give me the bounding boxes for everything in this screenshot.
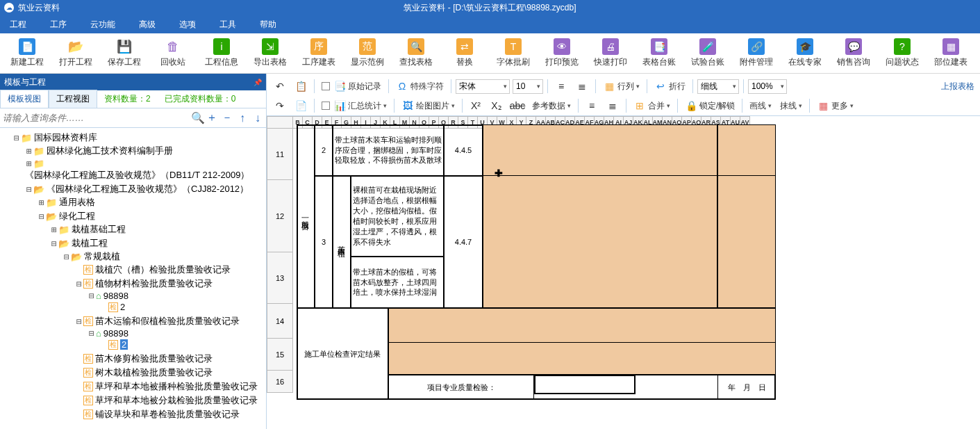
align-left-button[interactable]: ≡ [552, 79, 570, 94]
line-style-select[interactable]: 细线 [697, 79, 739, 94]
tb-print-preview[interactable]: 👁打印预览 [538, 36, 586, 71]
row-header[interactable]: 16 [267, 371, 293, 393]
tree-node[interactable]: ⊞📁园林绿化施工技术资料编制手册 [25, 144, 266, 158]
upload-table-button[interactable]: 上报表格 [941, 81, 974, 92]
valign2-button[interactable]: ≣ [604, 98, 622, 113]
tree-node[interactable]: ⊟📂《园林绿化工程施工及验收规范》（CJJ82-2012） ⊞📁通用表格 ⊟📂绿… [25, 182, 266, 424]
undo-button[interactable]: ↶ [271, 79, 289, 94]
add-icon[interactable]: ＋ [206, 111, 217, 125]
proj-check-input[interactable] [534, 375, 636, 394]
summary-stat-button[interactable]: 📊汇总统计▾ [319, 98, 390, 113]
tb-sales[interactable]: 💬销售咨询 [829, 36, 878, 71]
tree-node[interactable]: ⊞📁《园林绿化工程施工及验收规范》（DB11/T 212-2009） [25, 158, 266, 182]
tb-show-sample[interactable]: 范显示范例 [343, 36, 392, 71]
spreadsheet[interactable]: BCDEFGHIJKLMNOPQRSTUVWXYZAAABACADAEAFAGA… [267, 116, 980, 429]
special-char-button[interactable]: Ω特殊字符 [393, 79, 447, 94]
tb-save-project[interactable]: 💾保存工程 [100, 36, 149, 71]
erase-line-button[interactable]: 抹线▾ [777, 99, 805, 113]
paste-button[interactable]: 📋 [292, 79, 310, 94]
remove-icon[interactable]: － [222, 111, 233, 125]
tb-font-brush[interactable]: T字体批刷 [489, 36, 538, 71]
valign-button[interactable]: ≡ [583, 98, 601, 113]
row-header[interactable]: 12 [267, 180, 293, 252]
tb-project-info[interactable]: i工程信息 [197, 36, 246, 71]
desc-cell: 带土球苗木的假植，可将苗木码放整齐，土球四周培土，喷水保持土球湿润 [351, 257, 444, 308]
row-headers[interactable]: 11 12 13 14 15 16 [267, 129, 293, 393]
tab-template-view[interactable]: 模板视图 [0, 90, 49, 108]
strike-button[interactable]: abc [508, 98, 526, 113]
subscript-button[interactable]: X₂ [488, 98, 506, 113]
tree-leaf[interactable]: 检草坪和草本地被分栽检验批质量验收记录 [75, 394, 266, 407]
tree-node[interactable]: ⊞📁通用表格 [38, 195, 266, 209]
grid-area[interactable]: 一般项目 2 3 苗木假植 带土球苗木装车和运输时排列顺序应合理，捆绑稳固，卸车… [293, 129, 980, 429]
tree-leaf[interactable]: ⊟⌂98898 检2 [88, 327, 266, 351]
lock-button[interactable]: 🔒锁定/解锁 [682, 98, 738, 113]
tb-part-table[interactable]: ▦部位建表 [927, 36, 975, 71]
row-header[interactable]: 11 [267, 129, 293, 180]
tree-node[interactable]: ⊟📂绿化工程 ⊞📁栽植基础工程 ⊟📂栽植工程 ⊟📂常规栽植 检栽植穴（ [38, 209, 266, 423]
row-col-button[interactable]: ▦行列▾ [600, 79, 642, 94]
tb-issue-status[interactable]: ?问题状态 [878, 36, 927, 71]
tb-find-table[interactable]: 🔍查找表格 [392, 36, 440, 71]
ref-data-button[interactable]: 参考数据▾ [529, 99, 574, 113]
tb-recycle[interactable]: 🗑回收站 [149, 36, 197, 71]
tb-new-project[interactable]: 📄新建工程 [3, 36, 51, 71]
template-tree[interactable]: ⊟📁国标园林资料库 ⊞📁园林绿化施工技术资料编制手册 ⊞📁《园林绿化工程施工及验… [0, 128, 266, 429]
draw-image-button[interactable]: 🖼绘图图片▾ [399, 98, 458, 113]
tree-node[interactable]: ⊞📁栽植基础工程 [50, 222, 266, 236]
sheet-corner[interactable] [267, 116, 293, 129]
zoom-select[interactable]: 100% [748, 79, 787, 94]
draw-line-button[interactable]: 画线▾ [747, 99, 774, 113]
tb-export-table[interactable]: ⇲导出表格 [246, 36, 294, 71]
menu-advanced[interactable]: 高级 [133, 17, 161, 32]
down-icon[interactable]: ↓ [252, 112, 263, 124]
superscript-button[interactable]: X² [467, 98, 485, 113]
tb-replace[interactable]: ⇄替换 [440, 36, 489, 71]
merge-button[interactable]: ⊞合并▾ [631, 98, 673, 113]
tree-leaf[interactable]: 检树木栽植检验批质量验收记录 [75, 366, 266, 380]
tb-attach-mgmt[interactable]: 🔗附件管理 [732, 36, 781, 71]
wrap-button[interactable]: ↩折行 [651, 79, 688, 94]
tab-project-view[interactable]: 工程视图 [49, 90, 97, 108]
row-index: 2 [315, 124, 333, 176]
up-icon[interactable]: ↑ [237, 112, 248, 124]
search-input[interactable] [3, 110, 187, 127]
menu-options[interactable]: 选项 [174, 17, 201, 32]
search-icon[interactable]: 🔍 [191, 111, 202, 124]
pin-icon[interactable]: 📌 [254, 79, 262, 86]
tb-expert[interactable]: 🎓在线专家 [781, 36, 829, 71]
copy-button[interactable]: 📄 [292, 98, 310, 113]
menu-project[interactable]: 工程 [4, 17, 32, 32]
menu-tools[interactable]: 工具 [214, 17, 242, 32]
font-select[interactable]: 宋体 [456, 79, 510, 94]
tree-leaf[interactable]: 检铺设草块和草卷检验批质量验收记录 [75, 407, 266, 421]
row-header[interactable]: 15 [267, 339, 293, 371]
row-header[interactable]: 14 [267, 304, 293, 339]
tree-leaf[interactable]: 检2 [100, 301, 266, 313]
align-center-button[interactable]: ≣ [573, 79, 591, 94]
tree-root[interactable]: ⊟📁国标园林资料库 ⊞📁园林绿化施工技术资料编制手册 ⊞📁《园林绿化工程施工及验… [13, 131, 266, 425]
tb-test-ledger[interactable]: 🧪试验台账 [683, 36, 732, 71]
row-header[interactable]: 13 [267, 252, 293, 304]
tree-node[interactable]: ⊟📂栽植工程 ⊟📂常规栽植 检栽植穴（槽）检验批质量验收记录 ⊟检植物材料检验批… [50, 236, 266, 423]
tree-leaf[interactable]: 检草坪和草本地被播种检验批质量验收记录 [75, 380, 266, 394]
tb-process-table[interactable]: 序工序建表 [294, 36, 343, 71]
more-button[interactable]: ▦更多▾ [814, 98, 856, 113]
tb-quick-print[interactable]: 🖨快速打印 [586, 36, 635, 71]
tb-open-project[interactable]: 📂打开工程 [51, 36, 100, 71]
left-panel-title: 模板与工程 [4, 76, 46, 88]
menu-process[interactable]: 工序 [44, 17, 72, 32]
tree-leaf[interactable]: ⊟检苗木运输和假植检验批质量验收记录 ⊟⌂98898 检2 [75, 314, 266, 352]
menu-help[interactable]: 帮助 [254, 17, 282, 32]
tb-table-ledger[interactable]: 📑表格台账 [635, 36, 683, 71]
tree-leaf-selected[interactable]: 检2 [100, 339, 266, 350]
tree-node[interactable]: ⊟📂常规栽植 检栽植穴（槽）检验批质量验收记录 ⊟检植物材料检验批质量验收记录 … [63, 250, 266, 422]
tree-leaf[interactable]: 检苗木修剪检验批质量验收记录 [75, 352, 266, 366]
tree-leaf[interactable]: ⊟⌂98898 检2 [88, 290, 266, 314]
tree-leaf[interactable]: ⊟检植物材料检验批质量验收记录 ⊟⌂98898 检2 [75, 277, 266, 314]
font-size-select[interactable]: 10 [513, 79, 543, 94]
raw-record-button[interactable]: 📑原始记录 [319, 79, 384, 94]
tree-leaf[interactable]: 检栽植穴（槽）检验批质量验收记录 [75, 263, 266, 277]
redo-button[interactable]: ↷ [271, 98, 289, 113]
menu-cloud[interactable]: 云功能 [85, 17, 121, 32]
